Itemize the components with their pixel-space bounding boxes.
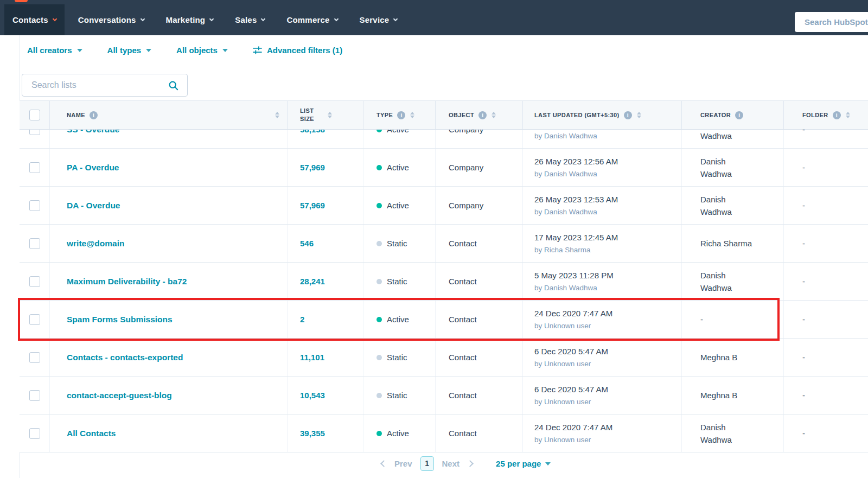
object-cell: Contact: [435, 263, 522, 300]
chevron-right-icon[interactable]: [467, 460, 474, 467]
filter-dropdown-all-objects[interactable]: All objects: [176, 46, 228, 55]
updated-by: by Richa Sharma: [534, 245, 591, 255]
list-size-link[interactable]: 28,241: [300, 277, 325, 286]
chevron-down-icon: [334, 16, 338, 21]
filter-dropdown-label: All types: [107, 46, 142, 55]
column-header-updated[interactable]: LAST UPDATED (GMT+5:30)i: [522, 101, 681, 129]
sort-arrows-icon[interactable]: [637, 112, 641, 118]
row-checkbox[interactable]: [29, 238, 40, 249]
column-header-size[interactable]: LIST SIZE: [287, 101, 363, 129]
list-name-link[interactable]: Contacts - contacts-exported: [67, 353, 183, 362]
select-all-checkbox[interactable]: [29, 110, 40, 120]
list-size-link[interactable]: 57,969: [300, 163, 325, 172]
list-size-link[interactable]: 11,101: [300, 353, 324, 362]
page-number-button[interactable]: 1: [420, 456, 434, 471]
caret-down-icon: [77, 49, 82, 52]
column-header-name[interactable]: NAMEi: [49, 101, 287, 129]
per-page-select[interactable]: 25 per page: [496, 459, 551, 468]
updated-by: by Danish Wadhwa: [534, 207, 597, 217]
prev-button[interactable]: Prev: [394, 459, 412, 468]
primary-nav: ContactsConversationsMarketingSalesComme…: [4, 4, 405, 35]
nav-item-conversations[interactable]: Conversations: [70, 4, 152, 35]
updated-date: 6 Dec 2020 5:47 AM: [534, 346, 608, 358]
object-label: Contact: [449, 239, 477, 248]
nav-item-contacts[interactable]: Contacts: [4, 4, 65, 35]
sort-arrows-icon[interactable]: [275, 112, 279, 118]
list-name-link[interactable]: contact-accept-guest-blog: [67, 391, 172, 400]
search-icon[interactable]: [168, 80, 179, 91]
folder-value: -: [802, 201, 805, 210]
list-size-link[interactable]: 2: [300, 315, 304, 324]
filter-dropdown-all-types[interactable]: All types: [107, 46, 152, 55]
global-search-input[interactable]: [795, 12, 868, 32]
chevron-down-icon: [53, 16, 57, 21]
search-lists-input[interactable]: [22, 74, 187, 96]
folder-cell: -: [783, 415, 868, 452]
object-label: Contact: [449, 429, 477, 438]
sort-arrows-icon[interactable]: [492, 112, 496, 118]
list-name-link[interactable]: All Contacts: [67, 429, 116, 438]
nav-item-commerce[interactable]: Commerce: [278, 4, 346, 35]
row-checkbox-cell: [20, 263, 49, 300]
folder-value: -: [802, 277, 805, 286]
info-icon[interactable]: i: [624, 111, 632, 119]
row-checkbox[interactable]: [29, 162, 40, 173]
list-name-link[interactable]: write@domain: [67, 239, 124, 248]
row-checkbox[interactable]: [29, 314, 40, 325]
caret-down-icon: [146, 49, 151, 52]
row-checkbox-cell: [20, 149, 49, 186]
table-row: DA - Overdue57,969ActiveCompany26 May 20…: [20, 187, 868, 225]
list-name-link[interactable]: SS - Overdue: [67, 130, 119, 135]
info-icon[interactable]: i: [833, 111, 841, 119]
list-size-link[interactable]: 57,969: [300, 201, 325, 210]
column-header-object[interactable]: OBJECTi: [435, 101, 522, 129]
sort-arrows-icon[interactable]: [410, 112, 414, 118]
select-all-cell: [20, 101, 49, 129]
list-size-link[interactable]: 58,158: [300, 130, 325, 134]
per-page-label: 25 per page: [496, 459, 541, 468]
list-size-cell: 28,241: [287, 263, 363, 300]
info-icon[interactable]: i: [90, 111, 98, 119]
list-size-link[interactable]: 10,543: [300, 391, 325, 400]
nav-item-label: Service: [360, 15, 390, 24]
sort-down-icon: [410, 116, 414, 118]
list-name-link[interactable]: Maximum Deliverability - ba72: [67, 277, 187, 286]
updated-by: by Unknown user: [534, 321, 591, 331]
nav-item-marketing[interactable]: Marketing: [158, 4, 222, 35]
nav-item-sales[interactable]: Sales: [227, 4, 273, 35]
filter-dropdown-all-creators[interactable]: All creators: [27, 46, 82, 55]
next-button[interactable]: Next: [442, 459, 460, 468]
list-size-link[interactable]: 39,355: [300, 429, 325, 438]
list-size-cell: 57,969: [287, 149, 363, 186]
column-header-creator: CREATORi: [681, 101, 783, 129]
list-name-link[interactable]: Spam Forms Submissions: [67, 315, 173, 324]
nav-item-service[interactable]: Service: [352, 4, 406, 35]
list-name-link[interactable]: DA - Overdue: [67, 201, 120, 211]
creator-cell: Danish Wadhwa: [681, 130, 783, 148]
row-checkbox[interactable]: [29, 352, 40, 363]
search-lists-box: [22, 74, 188, 97]
row-checkbox[interactable]: [29, 276, 40, 287]
chevron-left-icon[interactable]: [380, 460, 387, 467]
active-dot-icon: [376, 203, 382, 208]
column-header-folder[interactable]: FOLDERi: [783, 101, 868, 129]
updated-by: by Danish Wadhwa: [534, 169, 597, 179]
row-checkbox[interactable]: [29, 390, 40, 401]
row-checkbox[interactable]: [29, 200, 40, 211]
list-name-link[interactable]: PA - Overdue: [67, 163, 119, 173]
info-icon[interactable]: i: [735, 111, 743, 119]
info-icon[interactable]: i: [397, 111, 405, 119]
info-icon[interactable]: i: [478, 111, 487, 119]
list-size-link[interactable]: 546: [300, 239, 314, 248]
row-checkbox[interactable]: [29, 428, 40, 439]
object-cell: Contact: [435, 301, 522, 338]
advanced-filters-button[interactable]: Advanced filters (1): [253, 46, 342, 55]
column-header-type[interactable]: TYPEi: [363, 101, 435, 129]
nav-item-label: Sales: [235, 15, 257, 24]
table-row: Spam Forms Submissions2ActiveContact24 D…: [20, 301, 868, 339]
list-name-cell: contact-accept-guest-blog: [49, 377, 287, 414]
creator-cell: Danish Wadhwa: [681, 149, 783, 186]
row-checkbox[interactable]: [29, 130, 40, 135]
sort-arrows-icon[interactable]: [328, 112, 332, 118]
sort-arrows-icon[interactable]: [846, 112, 850, 118]
